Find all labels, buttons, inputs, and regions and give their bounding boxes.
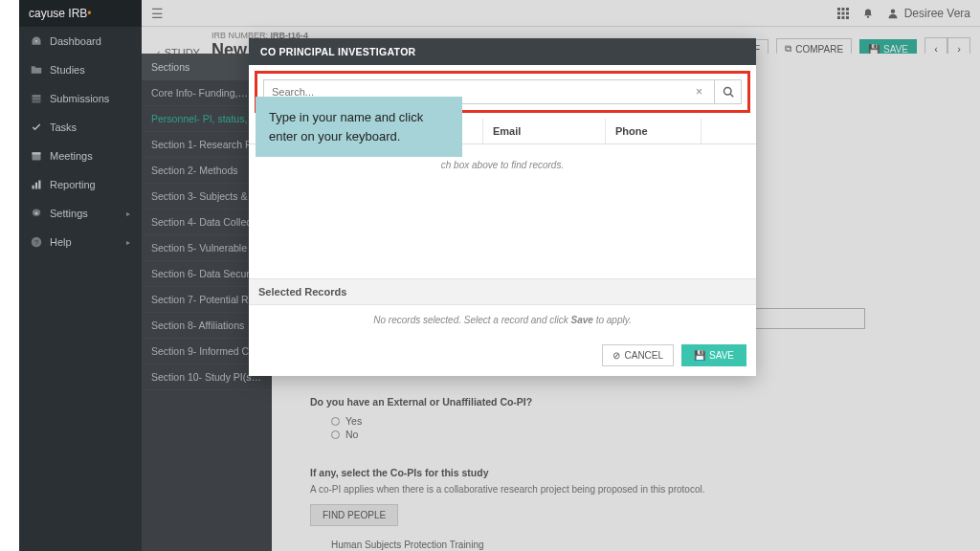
selected-records-empty: No records selected. Select a record and… bbox=[249, 305, 756, 335]
col-blank bbox=[702, 119, 756, 143]
nav-dashboard[interactable]: Dashboard bbox=[19, 27, 142, 55]
nav-reporting-label: Reporting bbox=[50, 179, 96, 190]
chevron-right-icon: ▸ bbox=[126, 238, 130, 247]
brand: cayuse IRB• bbox=[19, 0, 142, 27]
nav-help[interactable]: ? Help ▸ bbox=[19, 228, 142, 256]
clear-search-button[interactable]: × bbox=[692, 85, 706, 99]
svg-rect-6 bbox=[33, 186, 34, 189]
nav-reporting[interactable]: Reporting bbox=[19, 170, 142, 199]
svg-rect-8 bbox=[38, 181, 40, 189]
col-email: Email bbox=[483, 119, 606, 143]
svg-rect-1 bbox=[33, 95, 41, 97]
brand-name: cayuse IRB bbox=[29, 7, 87, 20]
callout-text: Type in your name and click enter on you… bbox=[269, 110, 423, 143]
question-icon: ? bbox=[31, 236, 42, 248]
modal-save-label: SAVE bbox=[709, 350, 734, 361]
search-button[interactable] bbox=[715, 79, 742, 104]
chart-icon bbox=[31, 179, 42, 190]
nav-meetings[interactable]: Meetings bbox=[19, 142, 142, 170]
nav-settings[interactable]: Settings ▸ bbox=[19, 199, 142, 228]
cancel-icon: ⊘ bbox=[612, 350, 620, 361]
check-icon bbox=[31, 121, 42, 133]
chevron-right-icon: ▸ bbox=[126, 209, 130, 218]
nav-dashboard-label: Dashboard bbox=[50, 35, 101, 47]
svg-rect-3 bbox=[33, 100, 41, 102]
folder-icon bbox=[31, 64, 42, 76]
selected-records-header: Selected Records bbox=[249, 278, 756, 305]
app-root: cayuse IRB• Dashboard Studies Submission… bbox=[19, 0, 980, 551]
gear-icon bbox=[31, 208, 42, 219]
nav-tasks-label: Tasks bbox=[50, 121, 77, 133]
svg-point-0 bbox=[35, 40, 37, 42]
svg-rect-2 bbox=[33, 98, 41, 99]
modal-save-button[interactable]: 💾 SAVE bbox=[681, 344, 746, 366]
modal-cancel-label: CANCEL bbox=[624, 350, 663, 361]
nav-help-label: Help bbox=[50, 236, 72, 248]
nav-studies[interactable]: Studies bbox=[19, 55, 142, 84]
stack-icon bbox=[31, 93, 42, 104]
modal-title: CO PRINCIPAL INVESTIGATOR bbox=[249, 38, 756, 65]
search-icon bbox=[723, 86, 734, 98]
gauge-icon bbox=[31, 35, 42, 47]
co-pi-modal: CO PRINCIPAL INVESTIGATOR × Email Phone … bbox=[249, 38, 756, 376]
nav-settings-label: Settings bbox=[50, 208, 88, 219]
svg-text:?: ? bbox=[34, 238, 38, 247]
instruction-callout: Type in your name and click enter on you… bbox=[256, 97, 462, 157]
save-icon: 💾 bbox=[694, 350, 705, 361]
left-nav: cayuse IRB• Dashboard Studies Submission… bbox=[19, 0, 142, 551]
col-phone: Phone bbox=[606, 119, 702, 143]
results-empty-text: ch box above to find records. bbox=[441, 160, 564, 170]
modal-cancel-button[interactable]: ⊘ CANCEL bbox=[602, 344, 674, 366]
svg-rect-5 bbox=[33, 152, 41, 154]
nav-submissions[interactable]: Submissions bbox=[19, 84, 142, 113]
results-empty: ch box above to find records. bbox=[249, 144, 756, 278]
calendar-icon bbox=[31, 150, 42, 162]
nav-submissions-label: Submissions bbox=[50, 93, 109, 104]
nav-meetings-label: Meetings bbox=[50, 150, 93, 162]
svg-point-23 bbox=[724, 88, 731, 96]
nav-studies-label: Studies bbox=[50, 64, 85, 76]
svg-rect-7 bbox=[35, 183, 37, 189]
nav-tasks[interactable]: Tasks bbox=[19, 113, 142, 142]
